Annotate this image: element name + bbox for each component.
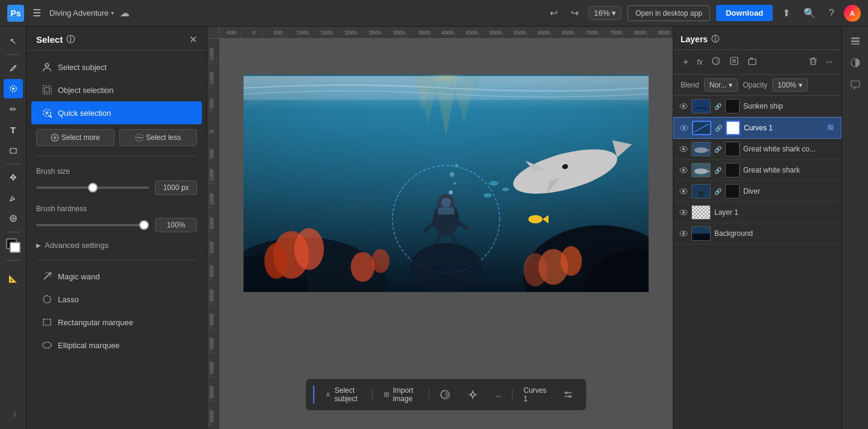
layer-item-great-white-shark[interactable]: 🔗 Great white shark bbox=[673, 160, 841, 181]
download-button[interactable]: Download bbox=[716, 5, 773, 21]
cloud-sync-icon[interactable]: ☁ bbox=[120, 7, 130, 19]
svg-point-115 bbox=[523, 253, 547, 287]
brush-hardness-slider[interactable] bbox=[36, 224, 149, 226]
layer-eye-curves-1[interactable] bbox=[680, 124, 688, 133]
avatar[interactable]: A bbox=[844, 5, 861, 22]
layer-item-background[interactable]: Background bbox=[673, 223, 841, 244]
undo-button[interactable]: ↩ bbox=[546, 5, 561, 21]
bottom-more-button[interactable]: ... bbox=[489, 387, 508, 402]
tool-ruler[interactable]: 📐 bbox=[4, 269, 23, 288]
object-selection-item[interactable]: Object selection bbox=[31, 78, 202, 101]
add-layer-button[interactable]: + bbox=[681, 56, 691, 69]
layer-name-great-white-shark-co: Great white shark co... bbox=[743, 145, 835, 153]
opacity-value[interactable]: 100% ▾ bbox=[772, 78, 808, 92]
tool-selection[interactable] bbox=[4, 79, 23, 98]
document-title[interactable]: Diving Adventure ▾ bbox=[49, 8, 114, 17]
menu-icon[interactable]: ☰ bbox=[30, 5, 43, 21]
tool-collapse[interactable]: 《 bbox=[4, 405, 23, 424]
layer-link-curves-1: 🔗 bbox=[715, 125, 722, 132]
layer-item-great-white-shark-co[interactable]: 🔗 Great white shark co... bbox=[673, 139, 841, 160]
bottom-select-subject-button[interactable]: Select subject bbox=[319, 383, 367, 407]
select-subject-item[interactable]: Select subject bbox=[31, 56, 202, 78]
tool-move[interactable]: ↖ bbox=[4, 31, 23, 51]
bottom-settings-button[interactable] bbox=[558, 386, 579, 403]
lasso-item[interactable]: Lasso bbox=[31, 288, 202, 311]
rect-marquee-icon bbox=[41, 316, 53, 328]
layer-eye-background[interactable] bbox=[679, 229, 688, 238]
delete-layer-button[interactable] bbox=[807, 56, 820, 69]
layer-item-diver[interactable]: 🔗 Diver bbox=[673, 181, 841, 202]
ruler-left-svg: -1500 -1000 -500 0 500 1000 1500 bbox=[207, 39, 219, 429]
svg-text:5000: 5000 bbox=[489, 30, 502, 36]
tool-move-v2[interactable]: ✥ bbox=[4, 168, 23, 187]
right-adjustments-icon[interactable] bbox=[846, 53, 865, 72]
brush-size-slider[interactable] bbox=[36, 186, 149, 189]
ellip-marquee-item[interactable]: Elliptical marquee bbox=[31, 334, 202, 357]
tool-brush[interactable]: ✏ bbox=[4, 100, 23, 119]
app-logo: Ps bbox=[7, 5, 24, 22]
svg-text:4500: 4500 bbox=[209, 338, 215, 350]
layer-eye-sunken-ship[interactable] bbox=[679, 102, 688, 111]
select-more-button[interactable]: Select more bbox=[36, 129, 115, 146]
group-button[interactable] bbox=[745, 55, 760, 69]
more-layers-button[interactable]: ··· bbox=[823, 56, 834, 69]
layer-eye-great-white-shark-co[interactable] bbox=[679, 145, 688, 154]
layer-eye-diver[interactable] bbox=[679, 187, 688, 196]
bottom-curves-label[interactable]: Curves 1 bbox=[518, 383, 553, 407]
open-desktop-button[interactable]: Open in desktop app bbox=[627, 5, 710, 21]
quick-selection-item[interactable]: Quick selection bbox=[31, 101, 202, 124]
svg-text:6000: 6000 bbox=[209, 410, 215, 422]
search-icon[interactable]: 🔍 bbox=[800, 5, 819, 21]
layer-name-background: Background bbox=[714, 229, 835, 238]
tool-eraser[interactable] bbox=[4, 188, 23, 208]
blend-mode-select[interactable]: Nor... ▾ bbox=[704, 78, 738, 92]
foreground-color[interactable] bbox=[4, 236, 23, 255]
svg-text:2000: 2000 bbox=[209, 217, 215, 229]
svg-rect-197 bbox=[851, 37, 860, 39]
layers-info-icon[interactable]: ⓘ bbox=[711, 34, 719, 45]
select-panel-close[interactable]: ✕ bbox=[189, 34, 197, 45]
fx-button[interactable]: fx bbox=[694, 57, 705, 68]
tool-clone[interactable] bbox=[4, 209, 23, 228]
advanced-settings[interactable]: ▶ Advanced settings bbox=[27, 236, 207, 255]
svg-line-12 bbox=[50, 116, 51, 117]
tool-type[interactable]: T bbox=[4, 120, 23, 139]
brush-size-value[interactable]: 1000 px bbox=[155, 180, 197, 195]
svg-text:500: 500 bbox=[274, 30, 283, 36]
adjustments-button[interactable] bbox=[709, 55, 723, 69]
layer-eye-great-white-shark[interactable] bbox=[679, 166, 688, 175]
layer-item-layer-1[interactable]: Layer 1 bbox=[673, 202, 841, 223]
share-icon[interactable]: ⬆ bbox=[779, 5, 794, 21]
redo-button[interactable]: ↪ bbox=[567, 5, 582, 21]
svg-text:-1000: -1000 bbox=[209, 72, 215, 86]
mask-button[interactable] bbox=[727, 55, 741, 69]
tool-shape[interactable] bbox=[4, 141, 23, 160]
rect-marquee-item[interactable]: Rectangular marquee bbox=[31, 311, 202, 334]
magic-wand-item[interactable]: Magic wand bbox=[31, 265, 202, 288]
svg-point-127 bbox=[454, 182, 456, 185]
lasso-icon bbox=[41, 293, 53, 305]
brush-hardness-value[interactable]: 100% bbox=[155, 218, 197, 232]
help-icon[interactable]: ? bbox=[825, 5, 838, 21]
right-layers-icon[interactable] bbox=[846, 31, 865, 51]
layer-item-sunken-ship[interactable]: 🔗 Sunken ship bbox=[673, 96, 841, 117]
select-less-button[interactable]: Select less bbox=[119, 129, 198, 146]
select-actions: Select more Select less bbox=[27, 124, 207, 151]
svg-point-136 bbox=[489, 181, 498, 186]
zoom-control[interactable]: 16% ▾ bbox=[588, 6, 621, 20]
svg-point-109 bbox=[294, 228, 324, 270]
bottom-transform-button[interactable] bbox=[462, 386, 485, 404]
canvas-viewport[interactable]: Select subject Import image bbox=[219, 39, 673, 429]
svg-rect-162 bbox=[692, 100, 710, 113]
select-info-icon[interactable]: ⓘ bbox=[66, 34, 75, 45]
svg-point-24 bbox=[43, 342, 51, 348]
bottom-import-image-button[interactable]: Import image bbox=[377, 383, 424, 407]
layer-settings-curves-1[interactable] bbox=[826, 123, 835, 133]
layer-eye-layer-1[interactable] bbox=[679, 208, 688, 217]
layer-item-curves-1[interactable]: 🔗 Curves 1 bbox=[673, 117, 841, 139]
svg-text:2000: 2000 bbox=[345, 30, 357, 36]
svg-rect-2 bbox=[10, 148, 16, 153]
tool-pen[interactable] bbox=[4, 59, 23, 78]
right-comments-icon[interactable] bbox=[846, 75, 865, 94]
bottom-blend-button[interactable] bbox=[434, 386, 457, 404]
